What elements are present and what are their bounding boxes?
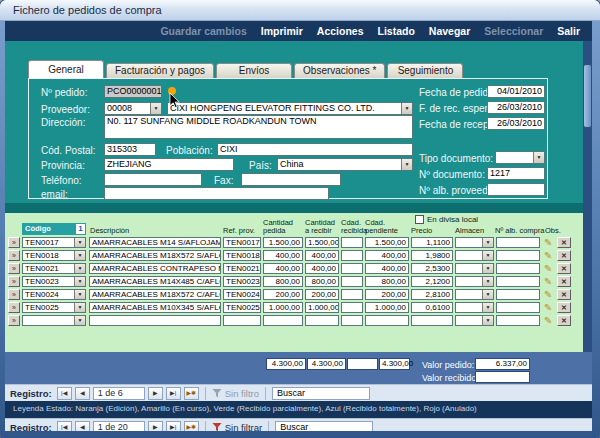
almacen-combobox[interactable]: ▼	[455, 276, 494, 287]
ref-prov-cell[interactable]	[223, 315, 261, 326]
cdad-recibida-cell[interactable]	[341, 263, 363, 274]
row-selector-button[interactable]: »	[8, 289, 20, 300]
dropdown-arrow-icon[interactable]: ▼	[482, 251, 493, 260]
new-record-button[interactable]: ▶✱	[184, 421, 199, 432]
cantidad-pedida-cell[interactable]: 800,00	[263, 276, 303, 287]
cantidad-pedida-cell[interactable]: 400,00	[263, 263, 303, 274]
provincia-field[interactable]: ZHEJIANG	[104, 158, 234, 171]
almacen-combobox[interactable]: ▼	[455, 315, 494, 326]
almacen-combobox[interactable]: ▼	[455, 289, 494, 300]
tab[interactable]: Observaciones *	[294, 63, 385, 78]
descripcion-cell[interactable]: AMARRACABLES M14 S/AFLOJAMIENTO	[89, 237, 221, 248]
precio-cell[interactable]: 0,6100	[411, 302, 453, 313]
tab[interactable]: Facturación y pagos	[106, 63, 214, 78]
num-alb-compra-cell[interactable]	[496, 315, 540, 326]
column-header-descripcion[interactable]: Descripción	[90, 227, 129, 235]
menu-item[interactable]: Imprimir	[261, 25, 303, 37]
cdad-pendiente-cell[interactable]: 400,00	[365, 263, 409, 274]
next-record-button[interactable]: ▶	[148, 421, 163, 432]
delete-row-button[interactable]: ✕	[557, 289, 571, 300]
dropdown-arrow-icon[interactable]: ▼	[533, 152, 544, 163]
dropdown-arrow-icon[interactable]: ▼	[74, 264, 85, 273]
valor-recibido-box[interactable]	[475, 371, 530, 383]
edit-obs-icon[interactable]: ✎	[544, 315, 555, 326]
codigo-combobox[interactable]: TEN0023 ▼	[22, 276, 86, 287]
dropdown-arrow-icon[interactable]: ▼	[482, 316, 493, 325]
codigo-combobox[interactable]: TEN0024 ▼	[22, 289, 86, 300]
dropdown-arrow-icon[interactable]: ▼	[482, 303, 493, 312]
edit-obs-icon[interactable]: ✎	[544, 263, 555, 274]
column-header-ref-prov[interactable]: Ref. prov.	[223, 227, 255, 235]
cantidad-pedida-cell[interactable]: 400,00	[263, 250, 303, 261]
menu-item[interactable]: Acciones	[317, 25, 364, 37]
ref-prov-cell[interactable]: TEN0023	[223, 276, 261, 287]
column-header-precio[interactable]: Precio	[411, 227, 432, 235]
edit-obs-icon[interactable]: ✎	[544, 302, 555, 313]
descripcion-cell[interactable]: AMARRACABLES M14X485 C/AFLOJAMIENTO(	[89, 276, 221, 287]
codigo-combobox[interactable]: TEN0017 ▼	[22, 237, 86, 248]
column-header-almacen[interactable]: Almacen	[455, 227, 484, 235]
row-selector-button[interactable]: »	[8, 276, 20, 287]
column-header-obs[interactable]: Obs.	[545, 227, 561, 235]
almacen-combobox[interactable]: ▼	[455, 237, 494, 248]
num-alb-compra-cell[interactable]	[496, 276, 540, 287]
scrollbar-thumb[interactable]	[584, 65, 591, 127]
cdad-pendiente-cell[interactable]: 400,00	[365, 250, 409, 261]
cantidad-recibir-cell[interactable]: 400,00	[305, 263, 339, 274]
dropdown-arrow-icon[interactable]: ▼	[74, 303, 85, 312]
cdad-recibida-cell[interactable]	[341, 289, 363, 300]
cantidad-pedida-cell[interactable]: 1.000,00	[263, 302, 303, 313]
cdad-pendiente-cell[interactable]	[365, 315, 409, 326]
search-input[interactable]: Buscar	[275, 421, 373, 432]
menu-item[interactable]: Seleccionar	[484, 25, 543, 37]
delete-row-button[interactable]: ✕	[557, 237, 571, 248]
ref-prov-cell[interactable]: TEN0021	[223, 263, 261, 274]
dropdown-arrow-icon[interactable]: ▼	[150, 103, 161, 114]
next-record-button[interactable]: ▶	[148, 387, 163, 400]
last-record-button[interactable]: ▶|	[166, 387, 181, 400]
search-input[interactable]: Buscar	[272, 387, 370, 400]
row-selector-button[interactable]: »	[8, 315, 20, 326]
codigo-combobox[interactable]: TEN0025 ▼	[22, 302, 86, 313]
telefono-field[interactable]	[104, 173, 202, 186]
descripcion-cell[interactable]: AMARRACABLES CONTRAPESO M14X485	[89, 263, 221, 274]
email-field[interactable]	[104, 187, 329, 200]
row-selector-button[interactable]: »	[8, 263, 20, 274]
vertical-scrollbar[interactable]	[583, 41, 592, 352]
menu-item[interactable]: Listado	[377, 25, 414, 37]
delete-row-button[interactable]: ✕	[557, 302, 571, 313]
column-header-cdad-pendiente[interactable]: Cdad. pendiente	[365, 219, 407, 235]
delete-row-button[interactable]: ✕	[557, 263, 571, 274]
cantidad-recibir-cell[interactable]: 200,00	[305, 289, 339, 300]
column-header-cantidad-pedida[interactable]: Cantidad pedida	[263, 219, 299, 235]
cdad-pendiente-cell[interactable]: 800,00	[365, 276, 409, 287]
precio-cell[interactable]	[411, 315, 453, 326]
descripcion-cell[interactable]: AMARRACABLES M18X572 S/AFLOJAMIENTO(	[89, 250, 221, 261]
ref-prov-cell[interactable]: TEN0018	[223, 250, 261, 261]
fecha-esperada-field[interactable]: 26/03/2010	[487, 101, 545, 114]
pais-combobox[interactable]: China ▼	[277, 158, 413, 171]
dropdown-arrow-icon[interactable]: ▼	[401, 103, 412, 114]
edit-obs-icon[interactable]: ✎	[544, 237, 555, 248]
ref-prov-cell[interactable]: TEN0025	[223, 302, 261, 313]
column-header-codigo[interactable]: Código 1	[22, 223, 86, 235]
fax-field[interactable]	[241, 173, 341, 186]
delete-row-button[interactable]: ✕	[557, 276, 571, 287]
direccion-field[interactable]: N0. 117 SUNFANG MIDDLE ROADKANDUN TOWN	[104, 115, 413, 139]
dropdown-arrow-icon[interactable]: ▼	[74, 238, 85, 247]
edit-obs-icon[interactable]: ✎	[544, 289, 555, 300]
descripcion-cell[interactable]: AMARRACABLES M10X345 S/AFLOJAMIENTO(	[89, 302, 221, 313]
precio-cell[interactable]: 2,5300	[411, 263, 453, 274]
row-selector-button[interactable]: »	[8, 250, 20, 261]
dropdown-arrow-icon[interactable]: ▼	[401, 159, 412, 170]
row-selector-button[interactable]: »	[8, 237, 20, 248]
dropdown-arrow-icon[interactable]: ▼	[482, 290, 493, 299]
cantidad-recibir-cell[interactable]: 1.500,00	[305, 237, 339, 248]
almacen-combobox[interactable]: ▼	[455, 302, 494, 313]
codigo-combobox[interactable]: TEN0021 ▼	[22, 263, 86, 274]
window-titlebar[interactable]: Fichero de pedidos de compra	[0, 0, 600, 21]
num-alb-compra-cell[interactable]	[496, 263, 540, 274]
tipo-documento-combobox[interactable]: ▼	[495, 151, 545, 164]
cdad-recibida-cell[interactable]	[341, 315, 363, 326]
cdad-pendiente-cell[interactable]: 1.000,00	[365, 302, 409, 313]
